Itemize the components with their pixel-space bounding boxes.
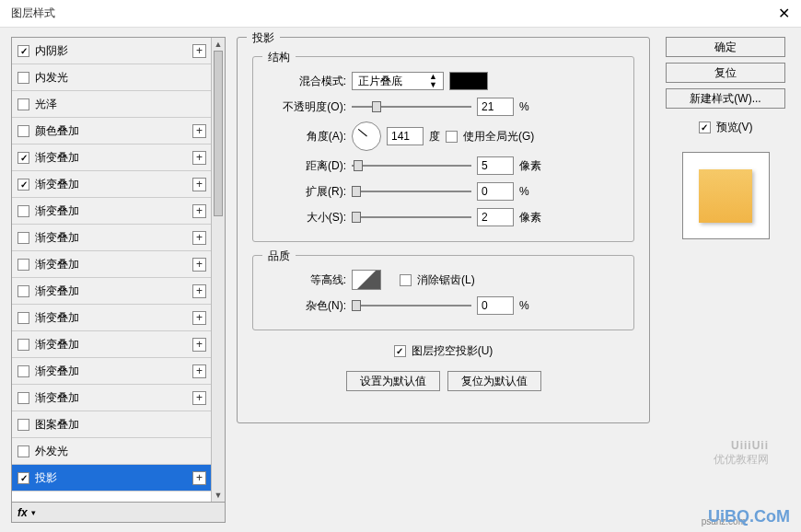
style-label: 渐变叠加 (35, 283, 79, 299)
new-style-button[interactable]: 新建样式(W)... (666, 88, 785, 109)
plus-icon[interactable]: + (192, 44, 206, 58)
contour-label: 等高线: (268, 272, 346, 288)
style-item[interactable]: 外发光 (12, 438, 225, 465)
scroll-up-icon[interactable]: ▲ (212, 38, 225, 51)
reset-default-button[interactable]: 复位为默认值 (447, 371, 541, 391)
style-checkbox[interactable] (17, 392, 29, 404)
style-item[interactable]: 渐变叠加+ (12, 198, 225, 225)
quality-group: 品质 等高线: 消除锯齿(L) 杂色(N): 0 % (252, 255, 634, 330)
noise-label: 杂色(N): (268, 298, 346, 314)
shadow-color[interactable] (449, 72, 488, 90)
contour-picker[interactable] (352, 270, 381, 290)
distance-row: 距离(D): 5 像素 (268, 153, 619, 179)
plus-icon[interactable]: + (192, 311, 206, 325)
style-checkbox[interactable] (17, 445, 29, 457)
plus-icon[interactable]: + (192, 231, 206, 245)
style-label: 渐变叠加 (35, 390, 79, 406)
style-list-toolbar: fx ▾ (11, 503, 226, 523)
style-item[interactable]: 颜色叠加+ (12, 118, 225, 145)
angle-row: 角度(A): 141 度 使用全局光(G) (268, 120, 619, 153)
plus-icon[interactable]: + (192, 471, 206, 485)
opacity-row: 不透明度(O): 21 % (268, 94, 619, 120)
distance-slider[interactable] (352, 156, 471, 175)
scroll-thumb[interactable] (214, 51, 223, 216)
plus-icon[interactable]: + (192, 364, 206, 378)
style-item[interactable]: 渐变叠加+ (12, 225, 225, 251)
style-checkbox[interactable] (17, 98, 29, 110)
style-checkbox[interactable] (17, 259, 29, 271)
opacity-input[interactable]: 21 (477, 98, 514, 116)
set-default-button[interactable]: 设置为默认值 (346, 371, 440, 391)
style-checkbox[interactable] (17, 45, 29, 57)
style-item[interactable]: 渐变叠加+ (12, 331, 225, 358)
style-item[interactable]: 图案叠加 (12, 411, 225, 438)
default-button-row: 设置为默认值 复位为默认值 (252, 371, 634, 391)
style-checkbox[interactable] (17, 232, 29, 244)
style-item[interactable]: 渐变叠加+ (12, 385, 225, 411)
global-light-checkbox[interactable] (446, 131, 458, 143)
style-item[interactable]: 渐变叠加+ (12, 145, 225, 171)
size-input[interactable]: 2 (477, 208, 514, 226)
style-item[interactable]: 渐变叠加+ (12, 251, 225, 278)
angle-dial[interactable] (352, 121, 381, 151)
scrollbar[interactable]: ▲ ▼ (211, 38, 225, 502)
window-title: 图层样式 (11, 6, 55, 21)
cancel-button[interactable]: 复位 (666, 63, 785, 83)
style-item[interactable]: 渐变叠加+ (12, 278, 225, 305)
plus-icon[interactable]: + (192, 391, 206, 405)
ok-button[interactable]: 确定 (666, 37, 785, 57)
scroll-down-icon[interactable]: ▼ (212, 489, 225, 502)
spread-row: 扩展(R): 0 % (268, 179, 619, 204)
style-item[interactable]: 渐变叠加+ (12, 171, 225, 198)
style-checkbox[interactable] (17, 152, 29, 164)
opacity-slider[interactable] (352, 98, 471, 116)
plus-icon[interactable]: + (192, 151, 206, 165)
style-checkbox[interactable] (17, 419, 29, 431)
style-checkbox[interactable] (17, 72, 29, 84)
style-checkbox[interactable] (17, 312, 29, 324)
distance-input[interactable]: 5 (477, 156, 514, 175)
style-checkbox[interactable] (17, 179, 29, 191)
knockout-checkbox[interactable] (394, 345, 406, 357)
spread-slider[interactable] (352, 182, 471, 201)
style-item[interactable]: 内发光 (12, 64, 225, 91)
opacity-unit: % (519, 100, 529, 113)
plus-icon[interactable]: + (192, 338, 206, 352)
contour-row: 等高线: 消除锯齿(L) (268, 267, 619, 293)
style-label: 渐变叠加 (35, 203, 79, 219)
style-checkbox[interactable] (17, 205, 29, 217)
style-item[interactable]: 渐变叠加+ (12, 358, 225, 385)
plus-icon[interactable]: + (192, 284, 206, 298)
style-label: 投影 (35, 470, 57, 486)
anti-alias-checkbox[interactable] (400, 274, 412, 286)
left-panel: 内阴影+内发光光泽颜色叠加+渐变叠加+渐变叠加+渐变叠加+渐变叠加+渐变叠加+渐… (11, 37, 226, 523)
noise-input[interactable]: 0 (477, 296, 514, 315)
style-item[interactable]: 内阴影+ (12, 38, 225, 64)
fx-icon[interactable]: fx (17, 506, 28, 519)
style-item[interactable]: 光泽 (12, 91, 225, 118)
close-icon[interactable]: ✕ (778, 5, 790, 22)
style-item[interactable]: 投影+ (12, 465, 225, 492)
style-checkbox[interactable] (17, 285, 29, 297)
plus-icon[interactable]: + (192, 124, 206, 138)
style-item[interactable]: 渐变叠加+ (12, 305, 225, 331)
structure-title: 结构 (262, 50, 296, 65)
blendmode-select[interactable]: 正片叠底 ▲▼ (352, 72, 444, 90)
plus-icon[interactable]: + (192, 204, 206, 218)
noise-slider[interactable] (352, 296, 471, 315)
preview-checkbox[interactable] (699, 121, 711, 133)
style-checkbox[interactable] (17, 125, 29, 137)
style-checkbox[interactable] (17, 339, 29, 351)
size-slider[interactable] (352, 208, 471, 226)
effect-title: 投影 (247, 30, 280, 46)
chevron-down-icon[interactable]: ▾ (31, 508, 36, 517)
structure-group: 结构 混合模式: 正片叠底 ▲▼ 不透明度(O): 21 % 角度( (252, 56, 634, 242)
plus-icon[interactable]: + (192, 258, 206, 272)
spread-input[interactable]: 0 (477, 182, 514, 201)
style-checkbox[interactable] (17, 472, 29, 484)
angle-input[interactable]: 141 (387, 127, 424, 145)
select-arrows-icon: ▲▼ (429, 73, 437, 89)
size-unit: 像素 (519, 210, 541, 226)
plus-icon[interactable]: + (192, 178, 206, 191)
style-checkbox[interactable] (17, 365, 29, 377)
